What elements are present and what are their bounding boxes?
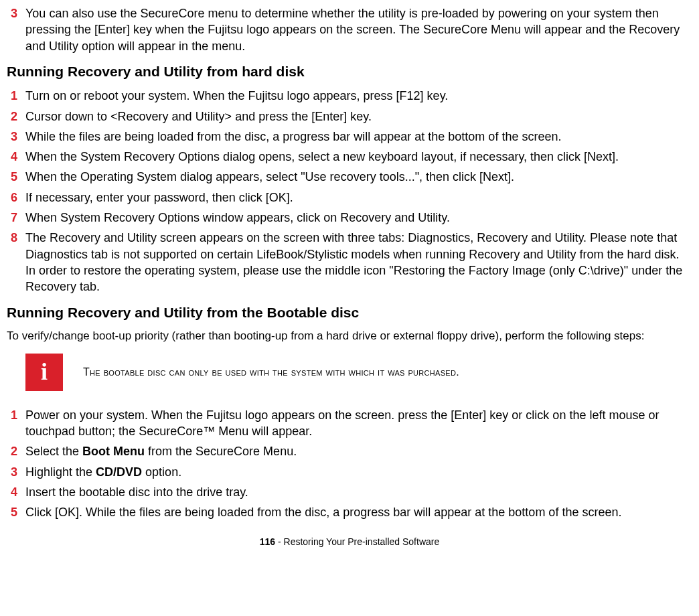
list-item: 1Power on your system. When the Fujitsu …	[7, 407, 692, 440]
step-text: Cursor down to <Recovery and Utility> an…	[25, 108, 692, 125]
info-note-box: i The bootable disc can only be used wit…	[7, 354, 692, 391]
list-item: 2Cursor down to <Recovery and Utility> a…	[7, 108, 692, 125]
step-text: Insert the bootable disc into the drive …	[25, 484, 692, 500]
step-number: 1	[7, 407, 25, 440]
step-text-bold: Boot Menu	[82, 445, 145, 458]
step-text-pre: Select the	[25, 445, 82, 458]
step-text-pre: Click [OK]. While the files are being lo…	[25, 506, 621, 519]
list-item: 5When the Operating System dialog appear…	[7, 169, 692, 185]
intro-step: 3 You can also use the SecureCore menu t…	[7, 5, 692, 54]
step-number: 3	[7, 464, 25, 480]
step-number: 3	[7, 5, 25, 54]
step-number: 7	[7, 210, 25, 226]
step-number: 3	[7, 129, 25, 145]
step-text-pre: Power on your system. When the Fujitsu l…	[25, 408, 659, 438]
list-item: 6If necessary, enter your password, then…	[7, 189, 692, 206]
section1-heading: Running Recovery and Utility from hard d…	[7, 62, 692, 81]
step-text: The Recovery and Utility screen appears …	[25, 230, 692, 295]
list-item: 2Select the Boot Menu from the SecureCor…	[7, 443, 692, 459]
list-item: 3Highlight the CD/DVD option.	[7, 464, 692, 480]
step-text: When System Recovery Options window appe…	[25, 210, 692, 226]
info-icon: i	[25, 354, 63, 391]
step-text-post: from the SecureCore Menu.	[145, 445, 297, 458]
section2-intro: To verify/change boot-up priority (rathe…	[7, 329, 692, 344]
step-number: 2	[7, 443, 25, 459]
step-text-pre: Insert the bootable disc into the drive …	[25, 485, 248, 499]
step-text: Click [OK]. While the files are being lo…	[25, 504, 692, 520]
list-item: 5Click [OK]. While the files are being l…	[7, 504, 692, 520]
step-number: 1	[7, 88, 25, 104]
step-number: 8	[7, 230, 25, 295]
step-text: If necessary, enter your password, then …	[25, 189, 692, 206]
footer-page-number: 116	[260, 536, 275, 547]
step-number: 4	[7, 484, 25, 500]
step-text-pre: Highlight the	[25, 465, 96, 479]
step-text-post: option.	[142, 465, 181, 479]
step-text: When the Operating System dialog appears…	[25, 169, 692, 185]
footer-title: - Restoring Your Pre-installed Software	[275, 536, 439, 547]
step-number: 2	[7, 108, 25, 125]
step-text: Power on your system. When the Fujitsu l…	[25, 407, 692, 440]
step-text: You can also use the SecureCore menu to …	[25, 5, 692, 54]
step-text: When the System Recovery Options dialog …	[25, 149, 692, 165]
list-item: 4When the System Recovery Options dialog…	[7, 149, 692, 165]
info-note-text: The bootable disc can only be used with …	[83, 365, 459, 380]
list-item: 4Insert the bootable disc into the drive…	[7, 484, 692, 500]
step-text: Turn on or reboot your system. When the …	[25, 88, 692, 104]
page-footer: 116 - Restoring Your Pre-installed Softw…	[7, 536, 692, 548]
list-item: 7When System Recovery Options window app…	[7, 210, 692, 226]
step-number: 6	[7, 189, 25, 206]
list-item: 1Turn on or reboot your system. When the…	[7, 88, 692, 104]
list-item: 3While the files are being loaded from t…	[7, 129, 692, 145]
step-text: While the files are being loaded from th…	[25, 129, 692, 145]
step-text-bold: CD/DVD	[96, 465, 142, 479]
list-item: 8The Recovery and Utility screen appears…	[7, 230, 692, 295]
section2-heading: Running Recovery and Utility from the Bo…	[7, 303, 692, 322]
step-text: Select the Boot Menu from the SecureCore…	[25, 443, 692, 459]
step-number: 4	[7, 149, 25, 165]
step-number: 5	[7, 504, 25, 520]
step-number: 5	[7, 169, 25, 185]
step-text: Highlight the CD/DVD option.	[25, 464, 692, 480]
